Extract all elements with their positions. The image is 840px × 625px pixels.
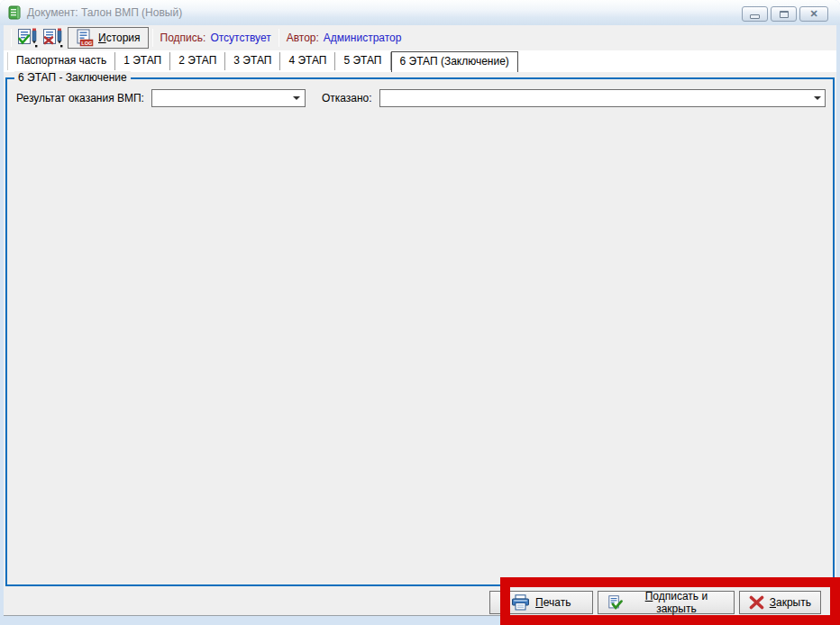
close-button-label: Закрыть [770, 596, 811, 609]
window-border-left [0, 25, 4, 625]
document-pen-check-icon [17, 28, 39, 48]
document-check-icon [607, 594, 623, 611]
print-button-label: Печать [535, 596, 571, 609]
window-border-right [836, 25, 840, 625]
maximize-button[interactable] [771, 6, 797, 22]
refused-field-label: Отказано: [322, 92, 372, 104]
minimize-icon [750, 14, 760, 19]
maximize-icon [780, 11, 789, 18]
tab-strip: Паспортная часть 1 ЭТАП 2 ЭТАП 3 ЭТАП 4 … [4, 50, 836, 72]
printer-icon [511, 594, 530, 611]
toolbar-separator [11, 29, 12, 47]
red-x-icon [749, 595, 764, 610]
signature-status: Подпись: Отсутствует [157, 32, 275, 44]
stage6-groupbox: 6 ЭТАП - Заключение Результат оказания В… [5, 77, 835, 586]
tab-stage-1[interactable]: 1 ЭТАП [115, 52, 170, 70]
chevron-down-icon[interactable] [289, 90, 305, 106]
refused-combobox[interactable] [379, 89, 826, 107]
tab-passport[interactable]: Паспортная часть [7, 52, 115, 70]
signature-value: Отсутствует [210, 32, 270, 44]
tab-stage-2[interactable]: 2 ЭТАП [170, 52, 225, 70]
window-controls: ✕ [742, 6, 828, 22]
tab-page-content: 6 ЭТАП - Заключение Результат оказания В… [4, 72, 836, 589]
history-log-icon: LOG [76, 29, 94, 47]
toolbar-separator [152, 29, 153, 47]
close-button[interactable]: Закрыть [739, 591, 821, 614]
history-button[interactable]: LOG История [68, 27, 149, 49]
toolbar: LOG История Подпись: Отсутствует Автор: … [4, 25, 836, 50]
print-button[interactable]: Печать [489, 591, 593, 614]
sign-and-close-button-label: Подписать и закрыть [628, 590, 725, 615]
form-row: Результат оказания ВМП: Отказано: [16, 89, 826, 107]
sign-and-close-button[interactable]: Подписать и закрыть [598, 591, 735, 614]
chevron-down-icon[interactable] [809, 90, 825, 106]
tab-stage-3[interactable]: 3 ЭТАП [225, 52, 280, 70]
signature-label: Подпись: [160, 32, 206, 44]
author-value: Администратор [324, 32, 402, 44]
document-pen-x-icon [42, 28, 64, 48]
unsign-document-button[interactable] [41, 27, 66, 49]
title-bar: Документ: Талон ВМП (Новый) ✕ [0, 0, 840, 25]
close-window-button[interactable]: ✕ [799, 6, 828, 22]
close-window-icon: ✕ [809, 8, 817, 20]
groupbox-title: 6 ЭТАП - Заключение [14, 71, 131, 84]
svg-text:LOG: LOG [81, 41, 92, 46]
sign-document-button[interactable] [15, 27, 41, 49]
tab-stage-6-conclusion[interactable]: 6 ЭТАП (Заключение) [391, 51, 518, 72]
footer-button-bar: Печать Подписать и закрыть Закрыть [4, 589, 836, 616]
dialog-window: Документ: Талон ВМП (Новый) ✕ [0, 0, 840, 625]
toolbar-separator [278, 29, 279, 47]
tab-stage-4[interactable]: 4 ЭТАП [280, 52, 335, 70]
window-icon [7, 5, 22, 20]
result-combobox[interactable] [151, 89, 306, 107]
tab-stage-5[interactable]: 5 ЭТАП [335, 52, 390, 70]
author-status: Автор: Администратор [283, 32, 406, 44]
result-field-label: Результат оказания ВМП: [16, 92, 144, 104]
window-border-bottom [0, 616, 840, 625]
author-label: Автор: [287, 32, 319, 44]
history-button-label: История [98, 32, 141, 44]
window-title: Документ: Талон ВМП (Новый) [27, 6, 182, 19]
minimize-button[interactable] [742, 6, 768, 22]
